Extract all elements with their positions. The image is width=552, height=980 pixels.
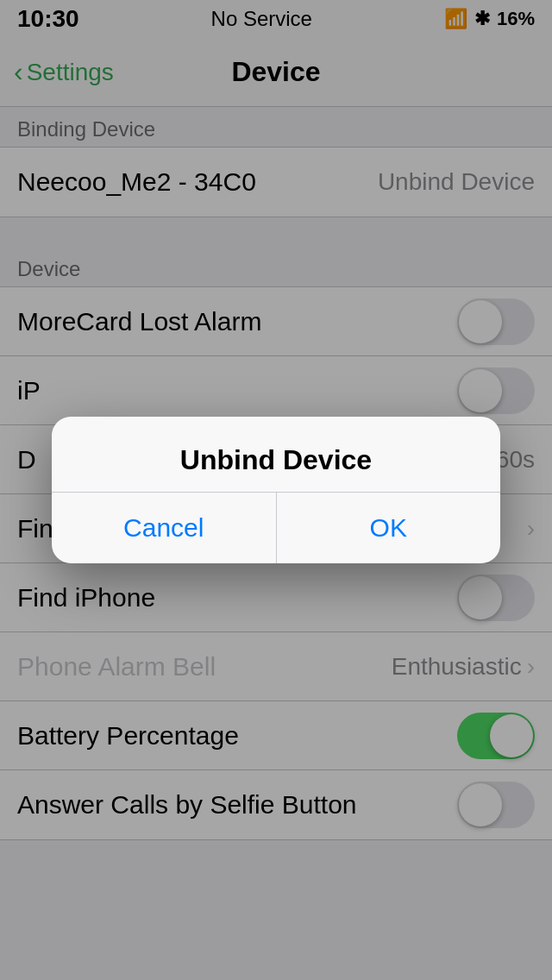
cancel-button[interactable]: Cancel	[52, 493, 276, 563]
modal-title: Unbind Device	[78, 444, 474, 476]
unbind-device-modal: Unbind Device Cancel OK	[52, 417, 500, 563]
ok-button[interactable]: OK	[277, 493, 501, 563]
modal-title-area: Unbind Device	[52, 417, 500, 492]
modal-overlay: Unbind Device Cancel OK	[0, 0, 552, 980]
modal-buttons: Cancel OK	[52, 493, 500, 563]
